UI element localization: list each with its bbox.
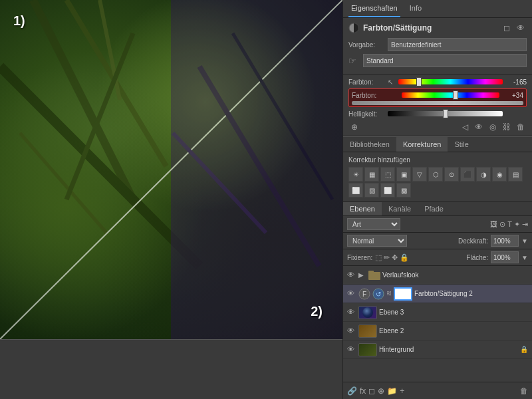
layer-ebene3[interactable]: 👁 Ebene 3 xyxy=(343,303,532,322)
flache-label: Fläche: xyxy=(466,254,488,261)
panel-bottom: 🔗 fx ◻ ⊕ 📁 + 🗑 xyxy=(343,382,532,399)
forest-svg xyxy=(0,0,342,339)
tab-ebenen[interactable]: Ebenen xyxy=(343,202,382,215)
svg-text:↺: ↺ xyxy=(376,291,381,298)
korr-channel-mixer-icon[interactable]: ▤ xyxy=(508,167,523,182)
farbton1-thumb[interactable] xyxy=(416,77,422,86)
layer-verlaufslook[interactable]: 👁 ▶ Verlaufslook xyxy=(343,266,532,285)
layer-ebene2[interactable]: 👁 Ebene 2 xyxy=(343,322,532,340)
layer-name-hintergrund: Hintergrund xyxy=(379,346,518,353)
channel-row: ☞ Standard xyxy=(348,54,527,67)
eye-verlaufslook[interactable]: 👁 xyxy=(347,271,356,280)
fixieren-label: Fixieren: xyxy=(347,254,372,261)
mask-icon[interactable]: ◻ xyxy=(501,22,513,34)
art-select[interactable]: Art xyxy=(347,218,400,230)
layer-expand-icon[interactable]: ⇥ xyxy=(522,220,528,229)
helligkeit-thumb[interactable] xyxy=(443,109,448,118)
korr-vibrance-icon[interactable]: ⬡ xyxy=(428,167,443,182)
svg-line-4 xyxy=(20,133,106,233)
korr-lookup-icon[interactable]: ⬜ xyxy=(348,183,363,198)
tab-stile[interactable]: Stile xyxy=(448,137,475,152)
layer-thumbnail-icon[interactable]: 🖼 xyxy=(490,220,497,229)
channel-select[interactable]: Standard xyxy=(363,54,527,67)
tab-bibliotheken[interactable]: Bibliotheken xyxy=(343,137,396,152)
fixieren-icons: ⬚ ✏ ✥ 🔒 xyxy=(375,253,409,262)
canvas-label-2: 2) xyxy=(311,304,323,319)
farbton2-track xyxy=(402,92,499,98)
svg-line-2 xyxy=(0,66,200,266)
blend-mode-select[interactable]: Normal xyxy=(347,235,407,247)
prev-icon[interactable]: ◁ xyxy=(459,121,471,133)
korr-exposure-icon[interactable]: ▣ xyxy=(396,167,411,182)
link-layers-icon[interactable]: 🔗 xyxy=(347,386,357,396)
vorgabe-row: Vorgabe: Benutzerdefiniert xyxy=(348,38,527,51)
eye-ebene2[interactable]: 👁 xyxy=(347,327,356,336)
properties-tabs: Eigenschaften Info xyxy=(343,0,532,18)
korr-hue-icon[interactable]: ⊙ xyxy=(444,167,459,182)
right-panel: Eigenschaften Info Farbton/Sättigung ◻ 👁… xyxy=(342,0,532,399)
eye-hintergrund[interactable]: 👁 xyxy=(347,345,356,354)
korr-gradient-icon[interactable]: ▽ xyxy=(412,167,427,182)
layer-link-icon[interactable]: ⊙ xyxy=(499,220,505,229)
korr-curves-icon[interactable]: ⬚ xyxy=(380,167,395,182)
adjustment-icon xyxy=(348,23,359,33)
lock-hintergrund: 🔒 xyxy=(520,346,528,353)
farb-header: Farbton/Sättigung ◻ 👁 xyxy=(348,22,527,34)
tab-korrekturen[interactable]: Korrekturen xyxy=(396,137,448,152)
expand-verlaufslook[interactable]: ▶ xyxy=(358,271,366,279)
eye-icon-prop[interactable]: 👁 xyxy=(515,22,527,34)
thumb-hintergrund xyxy=(358,343,377,356)
korr-levels-icon[interactable]: ▦ xyxy=(364,167,379,182)
tab-pfade[interactable]: Pfade xyxy=(418,202,450,215)
flache-input[interactable] xyxy=(491,251,519,263)
add-group-icon[interactable]: 📁 xyxy=(387,386,397,396)
flache-arrow[interactable]: ▼ xyxy=(521,254,528,261)
add-mask-icon[interactable]: ◻ xyxy=(368,386,375,396)
canvas-image: 1) 2) xyxy=(0,0,342,339)
farbton2-track-wrap[interactable] xyxy=(402,90,499,100)
ebenen-tabs: Ebenen Kanäle Pfade xyxy=(343,202,532,216)
eye-ebene3[interactable]: 👁 xyxy=(347,308,356,317)
helligkeit-label: Helligkeit: xyxy=(348,110,385,118)
tab-kanale[interactable]: Kanäle xyxy=(382,202,418,215)
chain-icon[interactable]: ⛓ xyxy=(501,121,513,133)
korr-posterize-icon[interactable]: ⬜ xyxy=(380,183,395,198)
farbton1-track xyxy=(398,79,503,84)
fix-transparent-icon[interactable]: ⬚ xyxy=(375,253,382,262)
korr-invert-icon[interactable]: ▧ xyxy=(364,183,379,198)
colorize-icon[interactable]: ⊕ xyxy=(348,121,360,133)
target-icon[interactable]: ◎ xyxy=(487,121,499,133)
helligkeit-row: Helligkeit: xyxy=(348,109,527,118)
korr-threshold-icon[interactable]: ▩ xyxy=(396,183,411,198)
eye-toggle-icon[interactable]: 👁 xyxy=(473,121,485,133)
farbton2-thumb[interactable] xyxy=(453,90,458,100)
korr-bw-icon[interactable]: ◑ xyxy=(476,167,491,182)
fix-lock-icon[interactable]: 🔒 xyxy=(400,253,409,262)
korr-photo-icon[interactable]: ◉ xyxy=(492,167,507,182)
korr-colorbalance-icon[interactable]: ⬛ xyxy=(460,167,475,182)
farbton1-label: Farbton: xyxy=(348,78,385,86)
delete-layer-icon[interactable]: 🗑 xyxy=(520,386,528,396)
tab-info[interactable]: Info xyxy=(407,0,424,17)
tab-eigenschaften[interactable]: Eigenschaften xyxy=(348,0,400,17)
vorgabe-label: Vorgabe: xyxy=(348,41,385,49)
add-adjustment-icon[interactable]: ⊕ xyxy=(378,386,384,396)
layer-T-icon[interactable]: T xyxy=(507,220,512,229)
layer-farbton-sattigung[interactable]: 👁 F ↺ ⛓ Farbton/Sättigung 2 xyxy=(343,285,532,303)
delete-icon[interactable]: 🗑 xyxy=(515,121,527,133)
add-style-icon[interactable]: fx xyxy=(360,386,366,396)
deckkraft-input[interactable] xyxy=(491,235,519,247)
property-icons-row: ⊕ ◁ 👁 ◎ ⛓ 🗑 xyxy=(348,121,527,133)
layer-hintergrund[interactable]: 👁 Hintergrund 🔒 xyxy=(343,340,532,359)
fix-move-icon[interactable]: ✥ xyxy=(392,253,398,262)
farbton1-track-wrap[interactable] xyxy=(398,77,503,86)
add-layer-icon[interactable]: + xyxy=(400,386,404,396)
eye-farbton[interactable]: 👁 xyxy=(347,289,356,299)
korr-brightness-icon[interactable]: ☀ xyxy=(348,167,363,182)
vorgabe-select[interactable]: Benutzerdefiniert xyxy=(388,38,527,51)
farbton2-row: Farbton: +34 xyxy=(352,90,523,100)
helligkeit-track-wrap[interactable] xyxy=(388,109,503,118)
layer-filter-icon[interactable]: ✦ xyxy=(514,220,520,229)
fix-paint-icon[interactable]: ✏ xyxy=(384,253,390,262)
deckkraft-arrow[interactable]: ▼ xyxy=(521,237,528,245)
